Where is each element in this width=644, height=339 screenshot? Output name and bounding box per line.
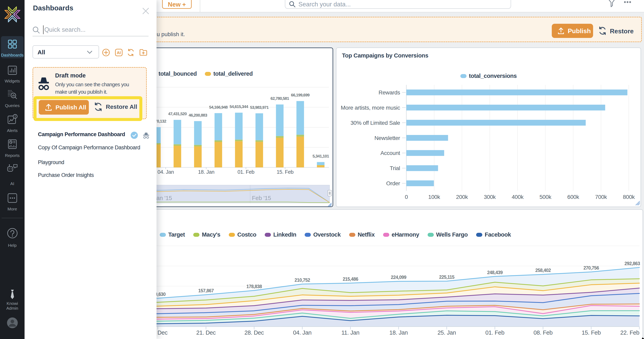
quick-search-input[interactable]: Quick search...	[44, 26, 86, 33]
sidebar-item-widgets[interactable]: Widgets	[0, 65, 24, 84]
card-top-campaigns[interactable]: Top Campaigns by Conversions total_conve…	[336, 48, 641, 207]
filter-icon[interactable]	[608, 0, 616, 8]
x-axis-label: 15. Feb	[582, 330, 601, 336]
user-avatar[interactable]	[7, 317, 18, 328]
text-caret	[43, 25, 44, 34]
sidebar-divider	[2, 218, 23, 218]
help-icon	[7, 228, 18, 238]
point-value-label: 258,402	[535, 268, 551, 273]
dashboard-list-item[interactable]: Purchase Order Insights	[38, 172, 94, 180]
category-label: More artists, more music	[341, 104, 400, 111]
x-axis-label: 700k	[595, 194, 607, 200]
ai-generate-icon[interactable]: AI	[115, 48, 123, 56]
publish-button[interactable]: Publish	[552, 24, 593, 38]
point-value-label: 225,115	[439, 274, 454, 280]
horizontal-bar-chart: 0100k200k300k400k500k600k700k800kRewards…	[336, 48, 642, 208]
sidebar-item-knowi-admin[interactable]: Knowi Admin	[0, 289, 24, 311]
type-select[interactable]: All	[32, 45, 99, 58]
knowi-logo[interactable]	[4, 6, 20, 22]
more-options-icon[interactable]	[624, 1, 633, 4]
x-axis-label: 08. Feb	[534, 330, 552, 336]
add-folder-icon[interactable]	[139, 48, 148, 56]
close-icon[interactable]	[142, 8, 149, 14]
x-axis-label: 500k	[540, 194, 552, 200]
x-axis-label: 400k	[512, 194, 524, 200]
dashboard-list-item[interactable]: Copy Of Campaign Performance Dashboard	[38, 144, 140, 152]
quick-search-underline	[32, 36, 148, 36]
x-axis-label: 01. Feb	[485, 330, 504, 336]
search-icon	[32, 26, 40, 34]
restore-icon	[598, 26, 607, 35]
point-value-label: 270,756	[584, 265, 599, 270]
dashboard-list-item[interactable]: Playground	[38, 159, 64, 167]
search-icon	[289, 1, 296, 8]
dashboards-panel: Dashboards Quick search... All AI	[24, 0, 156, 339]
bar	[406, 135, 448, 141]
x-axis-label: 18. Jan	[198, 169, 214, 175]
sidebar-item-alerts[interactable]: Alerts	[0, 114, 24, 133]
publish-all-label: Publish All	[56, 104, 86, 111]
alerts-icon	[7, 114, 18, 124]
bar-value-label: 66,199,699	[291, 93, 310, 97]
x-axis-label: 100k	[428, 194, 440, 200]
draft-mode-title: Draft mode	[55, 72, 86, 79]
dashboard-list-item[interactable]: Campaign Performance Dashboard	[38, 131, 125, 139]
global-search-input[interactable]: Search your data...	[285, 0, 511, 9]
bar-value-label: 53,983,971	[250, 105, 268, 110]
publish-all-button[interactable]: Publish All	[39, 100, 89, 114]
restore-button[interactable]: Restore	[598, 26, 640, 36]
x-axis-label: 15. Feb	[277, 169, 294, 175]
sidebar: DashboardsWidgetsQueriesAlertsReportsAIM…	[0, 0, 24, 339]
bar	[406, 104, 605, 110]
incognito-icon	[38, 76, 50, 92]
upload-icon	[557, 27, 565, 35]
sidebar-item-reports[interactable]: Reports	[0, 139, 24, 158]
widgets-icon	[8, 65, 17, 75]
sidebar-item-dashboards[interactable]: Dashboards	[0, 39, 24, 58]
point-value-label: 210,752	[294, 278, 310, 283]
global-search-placeholder: Search your data...	[298, 1, 351, 8]
refresh-icon[interactable]	[126, 48, 135, 56]
sidebar-item-more[interactable]: More	[0, 193, 24, 212]
add-dashboard-icon[interactable]	[102, 48, 110, 56]
navigator-handle[interactable]	[328, 190, 332, 196]
x-axis-label: 21. Dec	[196, 330, 216, 336]
restore-all-label: Restore All	[106, 104, 137, 110]
restore-all-button[interactable]: Restore All	[94, 102, 140, 114]
category-label: Newsletter	[374, 135, 400, 141]
category-label: Trial	[390, 165, 400, 171]
x-axis-label: 300k	[484, 194, 496, 200]
sidebar-item-help[interactable]: Help	[0, 228, 24, 248]
selected-check-icon	[130, 132, 138, 139]
navigator-label: Feb '15	[252, 195, 271, 201]
bar-value-label: 47,431,520	[168, 112, 187, 116]
sidebar-item-ai[interactable]: AI	[0, 163, 24, 186]
restore-button-label: Restore	[610, 28, 634, 35]
category-label: 30% off Limited Sale	[350, 120, 400, 126]
new-button[interactable]: New +	[162, 0, 192, 9]
x-axis-label: 0	[405, 194, 408, 200]
bar-value-label: 46,200,883	[189, 113, 207, 118]
sidebar-label: Knowi	[0, 301, 24, 306]
admin-tie-icon	[7, 289, 18, 300]
sidebar-item-label: More	[0, 207, 24, 212]
point-value-label: 157,867	[198, 288, 214, 293]
bar	[406, 120, 586, 126]
x-axis-label: 600k	[567, 194, 580, 200]
draft-incognito-icon	[142, 132, 150, 139]
sidebar-item-label: Alerts	[0, 128, 24, 133]
x-axis-label: 11. Jan	[341, 330, 359, 336]
card-resize-handle[interactable]	[636, 201, 640, 205]
category-label: Account	[380, 150, 400, 156]
point-value-label: 292,863	[624, 261, 640, 266]
dashboard-name: Campaign Performance Dashboard	[38, 131, 125, 137]
card-resize-handle[interactable]	[328, 203, 332, 206]
point-value-label: 178,838	[246, 284, 262, 289]
upload-icon	[44, 103, 53, 112]
queries-icon	[7, 89, 18, 100]
sidebar-item-queries[interactable]: Queries	[0, 89, 24, 108]
dashboards-icon	[8, 39, 17, 49]
mouse-cursor	[642, 338, 644, 339]
bar-value-label: 5,341,101	[312, 154, 329, 158]
x-axis-label: 22. Feb	[620, 330, 640, 336]
